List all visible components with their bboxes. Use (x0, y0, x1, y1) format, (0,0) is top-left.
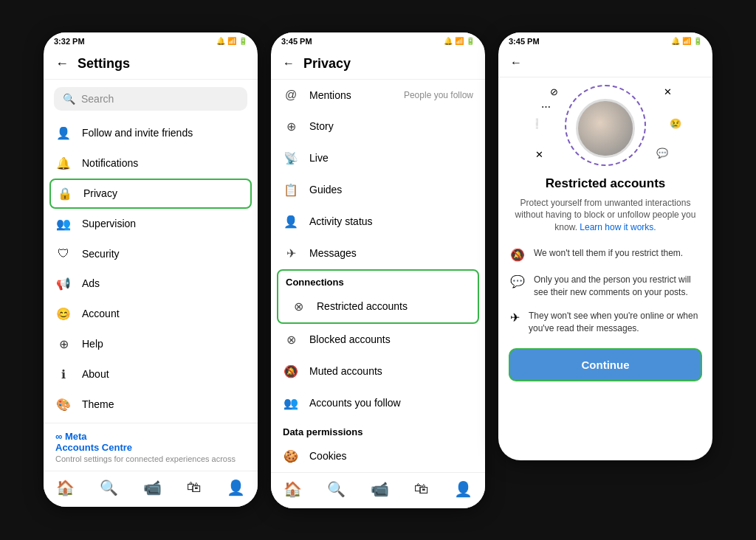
nav-shop-2[interactable]: 🛍 (414, 480, 429, 497)
cookies-icon: 🍪 (283, 449, 299, 463)
help-label: Help (82, 338, 103, 350)
back-button-3[interactable]: ← (510, 56, 522, 69)
nav-search-2[interactable]: 🔍 (327, 480, 346, 498)
cookies-label: Cookies (309, 450, 347, 462)
muted-icon: 🔕 (283, 364, 299, 378)
feature-item-1: 🔕 We won't tell them if you restrict the… (498, 241, 712, 268)
feature-item-3: ✈ They won't see when you're online or w… (498, 304, 712, 341)
phone-settings: 3:32 PM 🔔 📶 🔋 ← Settings 🔍 Search 👤 Foll… (44, 32, 258, 507)
profile-avatar (576, 99, 635, 158)
privacy-item-story[interactable]: ⊕ Story (271, 111, 485, 142)
menu-item-theme[interactable]: 🎨 Theme (44, 390, 258, 420)
messages-icon: ✈ (283, 246, 299, 260)
privacy-item-mentions[interactable]: @ Mentions People you follow (271, 80, 485, 111)
privacy-item-restricted[interactable]: ⊗ Restricted accounts (278, 291, 478, 322)
security-icon: 🛡 (55, 247, 72, 260)
feature-icon-1: 🔕 (510, 248, 525, 262)
menu-item-notifications[interactable]: 🔔 Notifications (44, 148, 258, 179)
nav-profile-2[interactable]: 👤 (454, 480, 472, 498)
privacy-item-following[interactable]: 👥 Accounts you follow (271, 387, 485, 419)
theme-icon: 🎨 (55, 398, 72, 412)
story-icon: ⊕ (283, 120, 299, 134)
nav-profile-1[interactable]: 👤 (227, 479, 245, 496)
ads-icon: 📢 (55, 277, 72, 291)
page-title-privacy: Privacy (303, 56, 351, 72)
status-bar-2: 3:45 PM 🔔 📶 🔋 (271, 32, 485, 49)
guides-icon: 📋 (283, 183, 299, 197)
story-label: Story (309, 120, 334, 132)
profile-circle-container: ⊘ ✕ ❕ 😢 ✕ 💬 ⋯ (498, 77, 712, 173)
privacy-item-muted[interactable]: 🔕 Muted accounts (271, 356, 485, 387)
nav-search-1[interactable]: 🔍 (100, 479, 118, 496)
phone3-content: ← ⊘ ✕ ❕ 😢 ✕ 💬 ⋯ Restricted accounts Prot… (498, 49, 712, 460)
status-icons-1: 🔔 📶 🔋 (216, 37, 247, 45)
emoji-speech: 💬 (656, 148, 668, 159)
nav-reels-1[interactable]: 📹 (143, 479, 162, 496)
restricted-label: Restricted accounts (317, 300, 408, 312)
menu-item-follow[interactable]: 👤 Follow and invite friends (44, 118, 258, 148)
security-label: Security (82, 248, 120, 260)
theme-label: Theme (82, 398, 114, 410)
blocked-icon: ⊗ (283, 333, 299, 347)
search-placeholder: Search (81, 93, 114, 105)
activity-left: 👤 Activity status (283, 215, 373, 229)
back-button-1[interactable]: ← (55, 56, 69, 72)
back-button-2[interactable]: ← (283, 57, 295, 70)
blocked-left: ⊗ Blocked accounts (283, 333, 391, 347)
account-icon: 😊 (55, 307, 72, 321)
learn-more-link[interactable]: Learn how it works. (580, 222, 656, 232)
emoji-sad: 😢 (670, 118, 681, 129)
menu-item-security[interactable]: 🛡 Security (44, 239, 258, 269)
avatar-image (578, 101, 633, 156)
privacy-item-guides[interactable]: 📋 Guides (271, 174, 485, 206)
connections-section: Connections ⊗ Restricted accounts (277, 269, 479, 324)
guides-label: Guides (309, 184, 342, 195)
following-icon: 👥 (283, 396, 299, 410)
nav-shop-1[interactable]: 🛍 (187, 479, 202, 496)
wifi-icon-1: 🔋 (238, 37, 247, 45)
menu-item-supervision[interactable]: 👥 Supervision (44, 209, 258, 239)
muted-left: 🔕 Muted accounts (283, 364, 382, 378)
about-icon: ℹ (55, 367, 72, 381)
menu-item-account[interactable]: 😊 Account (44, 299, 258, 329)
following-label: Accounts you follow (309, 397, 401, 409)
menu-item-privacy[interactable]: 🔒 Privacy (49, 179, 252, 209)
follow-label: Follow and invite friends (82, 127, 193, 139)
restricted-icon: ⊗ (290, 300, 306, 314)
privacy-label: Privacy (83, 187, 117, 199)
feature-icon-2: 💬 (510, 274, 525, 288)
privacy-item-blocked[interactable]: ⊗ Blocked accounts (271, 324, 485, 356)
nav-reels-2[interactable]: 📹 (371, 480, 389, 498)
menu-item-about[interactable]: ℹ About (44, 359, 258, 390)
messages-left: ✈ Messages (283, 246, 357, 260)
menu-item-help[interactable]: ⊕ Help (44, 329, 258, 359)
meta-section: ∞ Meta Accounts Centre Control settings … (44, 423, 258, 471)
nav-home-1[interactable]: 🏠 (56, 479, 75, 496)
page-title-settings: Settings (78, 56, 130, 72)
story-left: ⊕ Story (283, 120, 334, 134)
status-icons-2: 🔔 📶 🔋 (444, 37, 475, 45)
signal-icon-2: 📶 (455, 37, 464, 45)
continue-button[interactable]: Continue (509, 348, 702, 381)
wifi-icon-2: 🔋 (466, 37, 475, 45)
activity-icon: 👤 (283, 215, 299, 229)
nav-home-2[interactable]: 🏠 (284, 480, 302, 498)
accounts-centre-link[interactable]: Accounts Centre (55, 442, 246, 453)
search-bar[interactable]: 🔍 Search (54, 87, 247, 111)
wifi-icon-3: 🔋 (693, 37, 702, 45)
menu-item-ads[interactable]: 📢 Ads (44, 269, 258, 299)
privacy-item-activity[interactable]: 👤 Activity status (271, 206, 485, 238)
privacy-item-cookies[interactable]: 🍪 Cookies (271, 440, 485, 472)
privacy-item-messages[interactable]: ✈ Messages (271, 238, 485, 269)
help-icon: ⊕ (55, 337, 72, 351)
mentions-left: @ Mentions (283, 89, 351, 102)
search-icon: 🔍 (63, 93, 75, 105)
restricted-description: Protect yourself from unwanted interacti… (498, 194, 712, 241)
privacy-item-live[interactable]: 📡 Live (271, 142, 485, 174)
emoji-ban: ⊘ (550, 86, 558, 97)
ads-label: Ads (82, 277, 100, 289)
status-bar-1: 3:32 PM 🔔 📶 🔋 (44, 32, 258, 49)
feature-text-3: They won't see when you're online or whe… (529, 310, 701, 335)
blocked-label: Blocked accounts (309, 333, 391, 345)
supervision-label: Supervision (82, 218, 136, 229)
